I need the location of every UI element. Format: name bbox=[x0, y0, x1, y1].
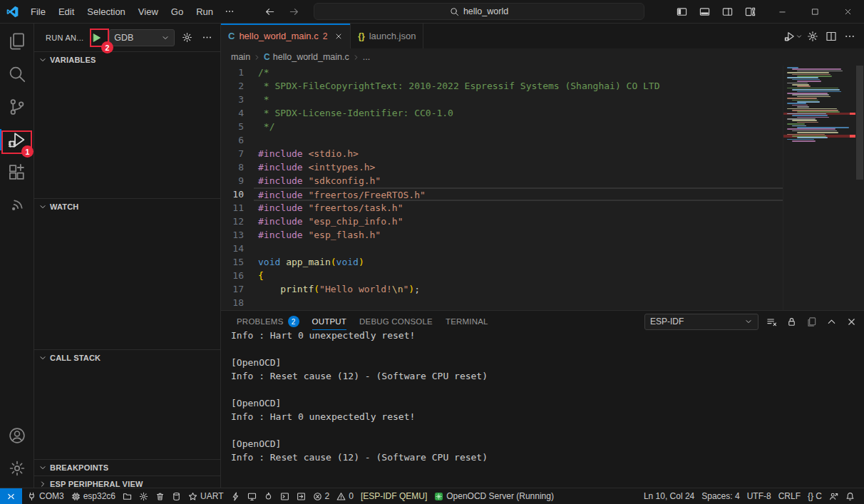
output-channel-dropdown[interactable]: ESP-IDF bbox=[644, 314, 758, 330]
layout-customize-icon[interactable] bbox=[740, 2, 760, 21]
panel-tab-problems[interactable]: PROBLEMS2 bbox=[231, 312, 305, 331]
status-spaces-4[interactable]: Spaces: 4 bbox=[698, 488, 743, 504]
activity-source-control-icon[interactable] bbox=[0, 91, 34, 123]
code-line-11[interactable]: 11#include "freertos/task.h" bbox=[221, 201, 783, 215]
code-line-17[interactable]: 17 printf("Hello world!\n"); bbox=[221, 282, 783, 296]
code-line-1[interactable]: 1/* bbox=[221, 66, 783, 79]
status-folder-icon[interactable] bbox=[119, 488, 135, 504]
maximize-panel-icon[interactable] bbox=[824, 314, 838, 329]
lock-icon[interactable] bbox=[784, 314, 798, 329]
code-line-4[interactable]: 4 * SPDX-License-Identifier: CC0-1.0 bbox=[221, 106, 783, 120]
activity-settings-icon[interactable] bbox=[0, 452, 34, 485]
status-chip[interactable]: esp32c6 bbox=[68, 488, 119, 504]
code-line-9[interactable]: 9#include "sdkconfig.h" bbox=[221, 174, 783, 187]
chip-icon bbox=[71, 492, 81, 501]
code-line-8[interactable]: 8#include <inttypes.h> bbox=[221, 160, 783, 174]
minimap[interactable] bbox=[783, 66, 855, 310]
editor-scrollbar[interactable] bbox=[855, 66, 864, 310]
status-esp-idf-qemu[interactable]: [ESP-IDF QEMU] bbox=[357, 488, 431, 504]
status-remote-icon[interactable] bbox=[0, 488, 22, 504]
gear-icon[interactable] bbox=[804, 28, 821, 45]
status-plug[interactable]: COM3 bbox=[24, 488, 68, 504]
debug-config-dropdown[interactable]: GDB bbox=[109, 29, 175, 46]
more-actions-icon[interactable] bbox=[841, 28, 858, 45]
output-console[interactable]: Info : Hart 0 unexpectedly reset! [OpenO… bbox=[221, 329, 864, 488]
breadcrumb-item[interactable]: main bbox=[231, 52, 250, 62]
breadcrumb[interactable]: mainC hello_world_main.c... bbox=[221, 48, 864, 66]
window-minimize-button[interactable] bbox=[766, 0, 798, 24]
layout-sidebar-right-icon[interactable] bbox=[717, 2, 737, 21]
code-line-3[interactable]: 3 * bbox=[221, 93, 783, 106]
code-line-16[interactable]: 16{ bbox=[221, 269, 783, 282]
status-monitor-icon[interactable] bbox=[244, 488, 260, 504]
window-close-button[interactable] bbox=[831, 0, 864, 24]
code-line-13[interactable]: 13#include "esp_flash.h" bbox=[221, 228, 783, 242]
status-errors[interactable]: 2 bbox=[309, 488, 334, 504]
tab-hello_world_main.c[interactable]: Chello_world_main.c2 bbox=[221, 24, 351, 48]
status-bolt-icon[interactable] bbox=[227, 488, 244, 504]
activity-explorer-icon[interactable] bbox=[0, 25, 34, 58]
activity-search-icon[interactable] bbox=[0, 58, 34, 91]
panel-tab-debug-console[interactable]: DEBUG CONSOLE bbox=[354, 313, 438, 330]
status-warning[interactable]: 0 bbox=[333, 488, 357, 504]
code-line-14[interactable]: 14 bbox=[221, 242, 783, 255]
activity-espressif-icon[interactable] bbox=[0, 189, 34, 222]
status-console-icon[interactable] bbox=[277, 488, 293, 504]
code-line-6[interactable]: 6 bbox=[221, 133, 783, 147]
tab-launch.json[interactable]: {}launch.json bbox=[351, 24, 423, 48]
status-gear-icon[interactable] bbox=[135, 488, 152, 504]
code-line-7[interactable]: 7#include <stdio.h> bbox=[221, 147, 783, 160]
section-header-breakpoints[interactable]: BREAKPOINTS bbox=[34, 460, 220, 475]
section-header-variables[interactable]: VARIABLES bbox=[34, 52, 220, 68]
code-line-10[interactable]: 10#include "freertos/FreeRTOS.h" bbox=[221, 187, 783, 201]
status-upload-icon[interactable] bbox=[293, 488, 309, 504]
code-editor[interactable]: 1/*2 * SPDX-FileCopyrightText: 2010-2022… bbox=[221, 66, 864, 310]
activity-extensions-icon[interactable] bbox=[0, 156, 34, 189]
code-line-5[interactable]: 5 */ bbox=[221, 120, 783, 133]
line-number: 16 bbox=[221, 269, 254, 282]
status-feedback-icon[interactable] bbox=[826, 488, 842, 504]
debug-more-actions-icon[interactable] bbox=[199, 30, 215, 46]
status-utf-8[interactable]: UTF-8 bbox=[744, 488, 775, 504]
close-panel-icon[interactable] bbox=[844, 314, 858, 329]
status-openocd[interactable]: OpenOCD Server (Running) bbox=[431, 488, 557, 504]
status-crlf[interactable]: CRLF bbox=[775, 488, 804, 504]
arrow-right-icon[interactable] bbox=[284, 2, 304, 21]
section-header-watch[interactable]: WATCH bbox=[34, 199, 220, 215]
status-flame-icon[interactable] bbox=[260, 488, 277, 504]
layout-panel-icon[interactable] bbox=[694, 2, 714, 21]
close-tab-icon[interactable] bbox=[334, 32, 343, 41]
breadcrumb-item[interactable]: C hello_world_main.c bbox=[264, 52, 349, 62]
status-star[interactable]: UART bbox=[185, 488, 227, 504]
menu-view[interactable]: View bbox=[132, 4, 165, 20]
window-maximize-button[interactable] bbox=[798, 0, 831, 24]
panel-tab-output[interactable]: OUTPUT bbox=[307, 313, 352, 330]
status-cylinder-icon[interactable] bbox=[168, 488, 185, 504]
arrow-left-icon[interactable] bbox=[259, 2, 279, 21]
code-line-2[interactable]: 2 * SPDX-FileCopyrightText: 2010-2022 Es… bbox=[221, 79, 783, 93]
menu-edit[interactable]: Edit bbox=[52, 4, 81, 20]
layout-sidebar-left-icon[interactable] bbox=[672, 2, 691, 21]
menu-go[interactable]: Go bbox=[165, 4, 190, 20]
menu-selection[interactable]: Selection bbox=[81, 4, 131, 20]
menu-overflow-icon[interactable] bbox=[220, 2, 240, 21]
status-ln-10-col-24[interactable]: Ln 10, Col 24 bbox=[640, 488, 698, 504]
status-c[interactable]: {} C bbox=[804, 488, 826, 504]
status-bell-icon[interactable] bbox=[842, 488, 858, 504]
breadcrumb-item[interactable]: ... bbox=[363, 52, 370, 62]
menu-file[interactable]: File bbox=[24, 4, 52, 20]
clear-output-icon[interactable] bbox=[764, 314, 778, 329]
code-line-12[interactable]: 12#include "esp_chip_info.h" bbox=[221, 215, 783, 228]
status-trash-icon[interactable] bbox=[152, 488, 168, 504]
open-in-editor-icon[interactable] bbox=[804, 314, 818, 329]
section-header-call-stack[interactable]: CALL STACK bbox=[34, 350, 220, 366]
code-line-15[interactable]: 15void app_main(void) bbox=[221, 255, 783, 269]
debug-settings-gear-icon[interactable] bbox=[179, 30, 195, 46]
activity-account-icon[interactable] bbox=[0, 419, 34, 452]
chevron-down-icon[interactable] bbox=[796, 33, 803, 40]
command-center-search[interactable]: hello_world bbox=[314, 3, 644, 20]
split-editor-icon[interactable] bbox=[823, 28, 840, 45]
code-line-18[interactable]: 18 bbox=[221, 296, 783, 309]
menu-run[interactable]: Run bbox=[190, 4, 220, 20]
panel-tab-terminal[interactable]: TERMINAL bbox=[440, 313, 494, 330]
